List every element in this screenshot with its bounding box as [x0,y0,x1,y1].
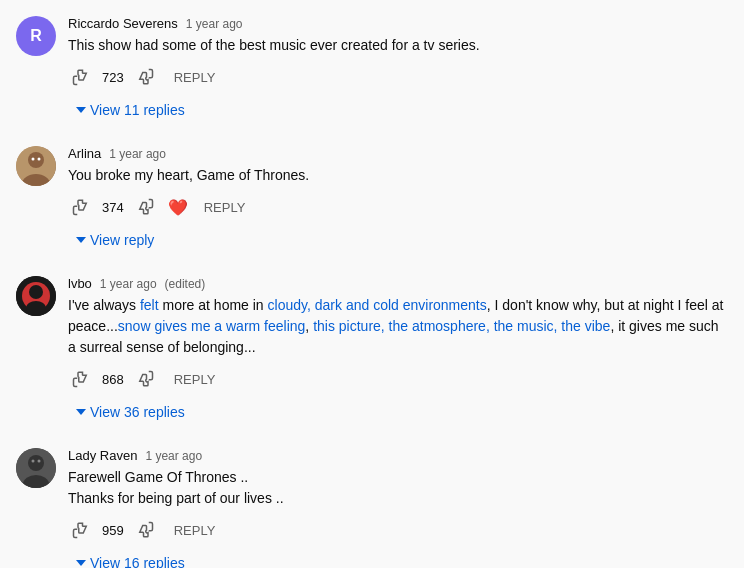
svg-point-3 [32,158,35,161]
reply-button-ladyraven[interactable]: REPLY [166,519,224,542]
like-button-ladyraven[interactable] [68,517,94,543]
like-count-riccardo: 723 [102,70,124,85]
highlight-snow: snow gives me a warm feeling [118,318,306,334]
timestamp-ladyraven: 1 year ago [145,449,202,463]
comment-body-arlina: Arlina 1 year ago You broke my heart, Ga… [68,146,728,252]
view-replies-label: View 36 replies [90,404,185,420]
highlight-picture: this picture, the atmosphere, the music,… [313,318,610,334]
thumbs-down-icon [136,198,154,216]
author-name-ivbo: lvbo [68,276,92,291]
comment-header-arlina: Arlina 1 year ago [68,146,728,161]
avatar-ladyraven [16,448,56,488]
view-replies-label: View 11 replies [90,102,185,118]
comment-body-ivbo: lvbo 1 year ago (edited) I've always fel… [68,276,728,424]
like-count-ivbo: 868 [102,372,124,387]
arlina-avatar-svg [16,146,56,186]
comment-text-ivbo: I've always felt more at home in cloudy,… [68,295,728,358]
timestamp-ivbo: 1 year ago [100,277,157,291]
thumbs-up-icon [72,68,90,86]
dislike-button-arlina[interactable] [132,194,158,220]
author-name-arlina: Arlina [68,146,101,161]
thumbs-down-icon [136,370,154,388]
comment-body-ladyraven: Lady Raven 1 year ago Farewell Game Of T… [68,448,728,568]
comment-ladyraven: Lady Raven 1 year ago Farewell Game Of T… [16,448,728,568]
comment-section: R Riccardo Severens 1 year ago This show… [16,16,728,568]
avatar-arlina [16,146,56,186]
comment-line-1: Farewell Game Of Thrones .. [68,469,248,485]
timestamp-arlina: 1 year ago [109,147,166,161]
view-replies-riccardo[interactable]: View 11 replies [68,98,193,122]
reply-button-arlina[interactable]: REPLY [196,196,254,219]
chevron-down-icon [76,560,86,566]
avatar-ivbo [16,276,56,316]
svg-point-4 [38,158,41,161]
author-name: Riccardo Severens [68,16,178,31]
dislike-button-ivbo[interactable] [132,366,158,392]
chevron-down-icon [76,107,86,113]
view-replies-label: View 16 replies [90,555,185,568]
thumbs-up-icon [72,198,90,216]
svg-point-13 [38,460,41,463]
highlight-cloudy: cloudy, dark and cold environments [268,297,487,313]
comment-header-ivbo: lvbo 1 year ago (edited) [68,276,728,291]
comment-actions-ladyraven: 959 REPLY [68,517,728,543]
dislike-button-ladyraven[interactable] [132,517,158,543]
comment-text-riccardo: This show had some of the best music eve… [68,35,728,56]
like-button-ivbo[interactable] [68,366,94,392]
like-button-arlina[interactable] [68,194,94,220]
svg-point-7 [29,285,43,299]
view-replies-ivbo[interactable]: View 36 replies [68,400,193,424]
heart-reaction: ❤️ [168,198,188,217]
view-replies-ladyraven[interactable]: View 16 replies [68,551,193,568]
comment-line-2: Thanks for being part of our lives .. [68,490,284,506]
ivbo-avatar-svg [16,276,56,316]
thumbs-up-icon [72,521,90,539]
reply-button-ivbo[interactable]: REPLY [166,368,224,391]
view-replies-label: View reply [90,232,154,248]
svg-point-8 [26,301,46,315]
chevron-down-icon [76,409,86,415]
view-replies-arlina[interactable]: View reply [68,228,162,252]
comment-text-arlina: You broke my heart, Game of Thrones. [68,165,728,186]
ladyraven-avatar-svg [16,448,56,488]
comment-header-riccardo: Riccardo Severens 1 year ago [68,16,728,31]
comment-text-ladyraven: Farewell Game Of Thrones .. Thanks for b… [68,467,728,509]
svg-point-12 [32,460,35,463]
like-count-ladyraven: 959 [102,523,124,538]
highlight-felt: felt [140,297,159,313]
like-button-riccardo[interactable] [68,64,94,90]
dislike-button-riccardo[interactable] [132,64,158,90]
thumbs-down-icon [136,521,154,539]
author-name-ladyraven: Lady Raven [68,448,137,463]
thumbs-up-icon [72,370,90,388]
svg-point-10 [28,455,44,471]
edited-label-ivbo: (edited) [165,277,206,291]
comment-header-ladyraven: Lady Raven 1 year ago [68,448,728,463]
like-count-arlina: 374 [102,200,124,215]
comment-actions-ivbo: 868 REPLY [68,366,728,392]
comment-body-riccardo: Riccardo Severens 1 year ago This show h… [68,16,728,122]
comment-riccardo: R Riccardo Severens 1 year ago This show… [16,16,728,122]
avatar-riccardo: R [16,16,56,56]
svg-point-1 [28,152,44,168]
timestamp: 1 year ago [186,17,243,31]
chevron-down-icon [76,237,86,243]
comment-arlina: Arlina 1 year ago You broke my heart, Ga… [16,146,728,252]
comment-actions-riccardo: 723 REPLY [68,64,728,90]
reply-button-riccardo[interactable]: REPLY [166,66,224,89]
comment-actions-arlina: 374 ❤️ REPLY [68,194,728,220]
avatar-initial: R [30,27,42,45]
thumbs-down-icon [136,68,154,86]
comment-ivbo: lvbo 1 year ago (edited) I've always fel… [16,276,728,424]
